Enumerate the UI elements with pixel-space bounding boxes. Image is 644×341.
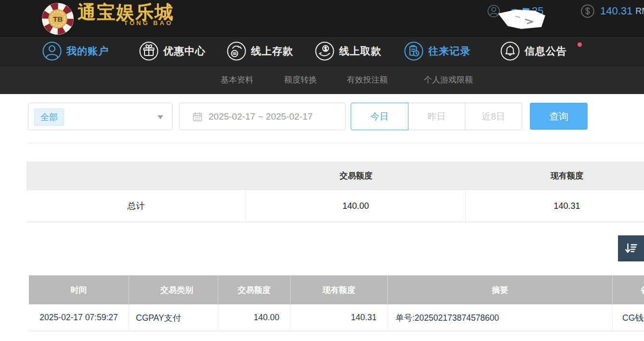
account-sub-navigation: 基本资料 额度转换 有效投注额 个人游戏限额 (0, 66, 644, 94)
sort-order-button[interactable] (618, 235, 644, 261)
poker-chip-icon: TB (41, 2, 75, 36)
bell-icon (500, 41, 520, 61)
balance-currency: RMB (635, 6, 644, 16)
records-col-time: 时间 (29, 275, 129, 304)
records-icon (404, 41, 423, 61)
range-button-yesterday[interactable]: 昨日 (408, 103, 465, 130)
deposit-icon (227, 41, 246, 61)
selected-type-chip: 全部 (34, 109, 64, 126)
summary-col-empty (26, 162, 246, 190)
chevron-down-icon (158, 115, 163, 119)
range-button-today[interactable]: 今日 (351, 103, 408, 130)
site-subtitle: TONG BAO (124, 19, 173, 27)
search-button[interactable]: 查询 (530, 103, 588, 130)
notification-dot (578, 42, 582, 47)
records-table-header: 时间 交易类别 交易额度 现有额度 摘要 备注 (29, 275, 644, 304)
section-divider (28, 143, 644, 143)
records-col-amount: 交易额度 (218, 275, 290, 304)
username-text: 25 (532, 5, 543, 17)
record-time: 2025-02-17 07:59:27 (29, 304, 129, 331)
summary-total-label: 总计 (26, 190, 246, 222)
site-logo[interactable]: TB 通宝娱乐城 TONG BAO (41, 1, 174, 36)
obscured-username-remnant (523, 8, 529, 12)
subnav-item-credit-transfer[interactable]: 额度转换 (284, 74, 317, 85)
records-table: 时间 交易类别 交易额度 现有额度 摘要 备注 2025-02-17 07:59… (29, 275, 644, 331)
svg-text:TB: TB (53, 15, 63, 23)
date-range-input[interactable]: 2025-02-17 ~ 2025-02-17 (179, 103, 346, 130)
date-range-value: 2025-02-17 ~ 2025-02-17 (209, 111, 313, 122)
summary-table-header: 交易额度 现有额度 (26, 162, 644, 190)
obscured-username-remnant (512, 9, 517, 12)
summary-table: 交易额度 现有额度 总计 140.00 140.31 (26, 162, 644, 222)
subnav-item-basic-info[interactable]: 基本资料 (221, 74, 253, 85)
summary-transaction-amount: 140.00 (246, 190, 466, 222)
nav-item-promotions[interactable]: 优惠中心 (139, 37, 206, 66)
transaction-records-page: TB 通宝娱乐城 TONG BAO 25 140 (0, 0, 644, 341)
records-col-summary: 摘要 (388, 275, 613, 304)
record-note: CG钱包 (613, 304, 644, 331)
nav-item-online-withdrawal[interactable]: 线上取款 (315, 37, 381, 66)
summary-current-balance: 140.31 (466, 190, 644, 222)
range-button-last-8-days[interactable]: 近8日 (465, 103, 522, 130)
records-col-type: 交易类别 (129, 275, 218, 304)
calendar-icon (192, 111, 203, 122)
gift-icon (139, 41, 158, 61)
dollar-coin-icon (581, 4, 594, 18)
top-bar: TB 通宝娱乐城 TONG BAO 25 (0, 0, 644, 36)
nav-item-transaction-records[interactable]: 往来记录 (404, 37, 471, 66)
summary-col-current-balance: 现有额度 (466, 162, 644, 190)
main-navigation: 我的账户 优惠中心 线上存款 (0, 36, 644, 66)
record-row: 2025-02-17 07:59:27 CGPAY支付 140.00 140.3… (29, 304, 644, 331)
subnav-item-valid-bets[interactable]: 有效投注额 (347, 74, 388, 85)
withdraw-icon (315, 41, 334, 61)
user-avatar-icon (487, 5, 500, 17)
subnav-item-personal-game-limits[interactable]: 个人游戏限额 (424, 74, 473, 85)
record-summary: 单号:202502173874578600 (388, 304, 613, 331)
records-col-note: 备注 (613, 275, 644, 304)
sort-descending-icon (624, 241, 638, 256)
nav-item-online-deposit[interactable]: 线上存款 (227, 37, 293, 66)
user-icon (42, 41, 62, 61)
summary-col-transaction-amount: 交易额度 (246, 162, 466, 190)
nav-item-my-account[interactable]: 我的账户 (42, 37, 109, 66)
balance-amount: 140.31 (600, 5, 632, 17)
transaction-type-select[interactable]: 全部 (28, 103, 172, 130)
summary-total-row: 总计 140.00 140.31 (26, 190, 644, 222)
nav-item-announcements[interactable]: 信息公告 (500, 37, 567, 66)
quick-range-group: 今日 昨日 近8日 (351, 103, 522, 130)
balance-display: 140.31 RMB (581, 4, 644, 18)
records-col-balance: 现有额度 (290, 275, 388, 304)
record-type: CGPAY支付 (129, 304, 218, 331)
record-amount: 140.00 (218, 304, 290, 331)
record-balance: 140.31 (290, 304, 388, 331)
